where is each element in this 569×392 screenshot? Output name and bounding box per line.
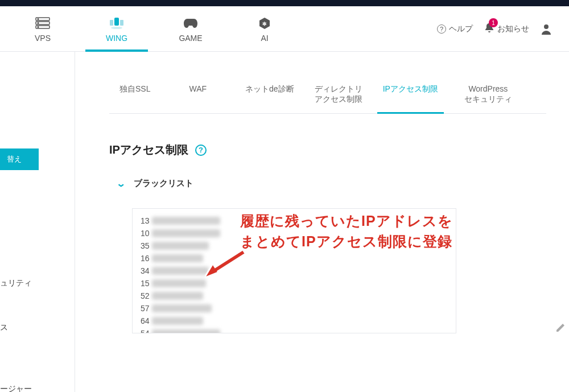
help-circle-icon[interactable]: ? [195, 145, 207, 156]
ip-prefix: 13 [141, 216, 151, 225]
edit-icon[interactable] [555, 323, 566, 335]
nav-tab-wing[interactable]: WING [80, 6, 154, 51]
subtab-ssl[interactable]: 独自SSL [109, 75, 160, 113]
ip-blurred [152, 242, 209, 250]
svg-rect-8 [120, 20, 123, 26]
sidebar-item-label: ス [0, 323, 8, 332]
ip-blurred [152, 229, 220, 237]
ip-prefix: 54 [141, 329, 151, 333]
ip-prefix: 35 [141, 241, 151, 250]
chevron-down-icon: ⌄ [116, 178, 126, 189]
gamepad-icon [183, 15, 199, 31]
switch-label: 替え [7, 155, 22, 163]
top-nav: VPS WING GAME ✻ AI [0, 6, 569, 52]
ip-row: 35 [141, 240, 448, 252]
wing-icon [109, 15, 125, 31]
subtab-waf[interactable]: WAF [160, 75, 235, 113]
ip-row: 54 [141, 327, 448, 333]
svg-rect-6 [114, 18, 119, 26]
ip-row: 13 [141, 214, 448, 227]
sidebar-item-security[interactable]: ュリティ [0, 273, 75, 294]
subtabs: 独自SSL WAF ネットde診断 ディレクトリ アクセス制限 IPアクセス制限… [109, 75, 546, 114]
ip-blurred [152, 279, 206, 287]
subtab-netde[interactable]: ネットde診断 [235, 75, 304, 113]
ip-list-textarea[interactable]: 13 10 35 16 34 15 52 57 64 54 [132, 208, 456, 333]
svg-rect-7 [110, 20, 113, 26]
nav-tab-game[interactable]: GAME [154, 6, 228, 51]
blacklist-accordion[interactable]: ⌄ ブラックリスト [109, 175, 546, 192]
sidebar-item-label: ージャー [0, 384, 32, 392]
subtab-wp[interactable]: WordPress セキュリティ [448, 75, 528, 113]
window-topbar [0, 0, 569, 6]
ip-row: 10 [141, 227, 448, 240]
nav-tab-ai[interactable]: ✻ AI [228, 6, 302, 51]
server-icon [35, 15, 50, 31]
ip-row: 64 [141, 315, 448, 327]
subtab-label: IPアクセス制限 [383, 84, 438, 93]
subtab-label: WordPress セキュリティ [464, 84, 512, 104]
sidebar-item-access[interactable]: ス [0, 317, 75, 339]
nav-right: ? ヘルプ 1 お知らせ [437, 23, 563, 35]
subtab-ip[interactable]: IPアクセス制限 [373, 75, 448, 113]
news-label: お知らせ [497, 24, 529, 34]
help-icon: ? [437, 24, 446, 34]
svg-point-12 [544, 24, 549, 29]
ip-blurred [152, 329, 220, 333]
nav-tab-label: VPS [35, 34, 51, 43]
section-title: IPアクセス制限 ? [109, 142, 546, 158]
subtab-dir[interactable]: ディレクトリ アクセス制限 [304, 75, 373, 113]
ip-prefix: 15 [141, 279, 151, 288]
subtab-label: ディレクトリ アクセス制限 [315, 84, 362, 104]
nav-tab-vps[interactable]: VPS [6, 6, 80, 51]
ip-prefix: 10 [141, 229, 151, 238]
nav-tab-label: AI [261, 34, 268, 43]
ip-prefix: 16 [141, 254, 151, 263]
ip-blurred [152, 317, 203, 325]
ip-row: 57 [141, 302, 448, 315]
help-label: ヘルプ [449, 24, 473, 34]
ip-blurred [152, 254, 203, 262]
help-link[interactable]: ? ヘルプ [437, 24, 473, 34]
svg-point-5 [38, 26, 39, 27]
user-menu[interactable] [541, 23, 552, 35]
sidebar-item-label: ュリティ [0, 278, 32, 287]
subtab-label: 独自SSL [119, 84, 150, 93]
accordion-label: ブラックリスト [134, 178, 193, 189]
main-content: 独自SSL WAF ネットde診断 ディレクトリ アクセス制限 IPアクセス制限… [75, 52, 569, 392]
section-title-text: IPアクセス制限 [109, 142, 188, 158]
user-icon [541, 23, 552, 35]
ip-row: 15 [141, 277, 448, 290]
subtab-label: WAF [189, 84, 207, 93]
ip-prefix: 64 [141, 316, 151, 325]
nav-tab-label: GAME [179, 34, 202, 43]
ip-prefix: 57 [141, 304, 151, 313]
news-link[interactable]: 1 お知らせ [484, 23, 529, 35]
svg-point-9 [111, 27, 122, 29]
ip-row: 52 [141, 290, 448, 302]
ip-blurred [152, 292, 203, 300]
svg-point-4 [38, 22, 39, 23]
subtab-label: ネットde診断 [245, 84, 294, 93]
bell-icon: 1 [484, 23, 494, 35]
svg-text:✻: ✻ [262, 21, 267, 27]
ip-blurred [152, 304, 212, 312]
sidebar-item-manager[interactable]: ージャー [0, 378, 75, 392]
ip-row: 34 [141, 265, 448, 277]
ip-prefix: 34 [141, 266, 151, 275]
ai-icon: ✻ [258, 15, 271, 31]
ip-prefix: 52 [141, 291, 151, 300]
ip-blurred [152, 267, 209, 275]
ip-blurred [152, 217, 220, 225]
sidebar: 替え ュリティ ス ージャー [0, 52, 75, 392]
svg-point-3 [38, 18, 39, 19]
ip-row: 16 [141, 252, 448, 265]
notification-badge: 1 [489, 18, 498, 27]
switch-button[interactable]: 替え [0, 148, 39, 170]
nav-tab-label: WING [106, 34, 127, 43]
